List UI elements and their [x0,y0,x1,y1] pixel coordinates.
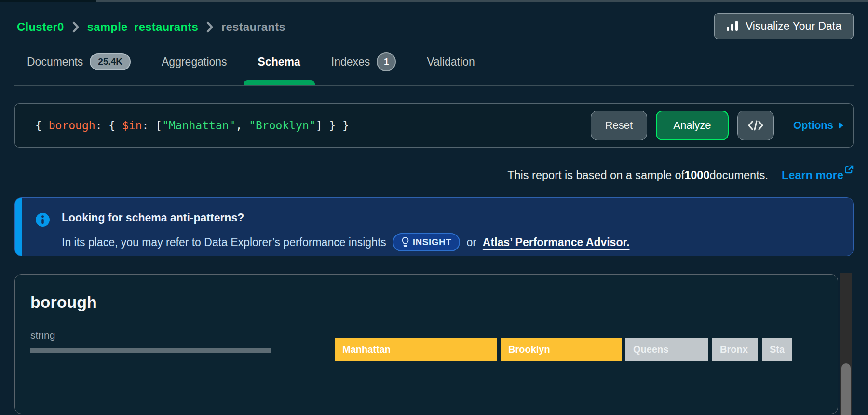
export-to-language-button[interactable] [737,111,774,140]
schema-field-card-borough: borough string Manhattan Brooklyn Queens… [14,274,838,414]
learn-more-link[interactable]: Learn more [782,169,854,182]
documents-count-badge: 25.4K [90,53,131,71]
learn-more-label: Learn more [782,169,843,182]
caret-right-icon [839,122,843,129]
query-segment: borough [49,119,95,132]
options-toggle[interactable]: Options [793,119,843,132]
query-segment: : { [95,119,122,132]
report-text-suffix: documents. [710,169,768,182]
window-top-strip [0,0,868,2]
window-top-strip-segment [0,0,96,2]
performance-advisor-link[interactable]: Atlas’ Performance Advisor. [483,236,630,249]
tab-documents[interactable]: Documents 25.4K [27,48,131,75]
tab-label: Aggregations [162,55,227,69]
scrollbar-track[interactable] [840,273,852,415]
schema-tab-page: { "page": { "bg": "#0C2130", "accent_gre… [0,0,868,415]
banner-accent-stripe [15,198,22,256]
tab-label: Indexes [331,55,370,69]
tab-aggregations[interactable]: Aggregations [162,48,227,75]
value-frequency-chart: Manhattan Brooklyn Queens Bronx Sta [335,338,792,361]
query-bar: { borough: { $in: ["Manhattan", "Brookly… [14,103,854,148]
tabs-divider [14,85,854,86]
value-bar-manhattan[interactable]: Manhattan [335,338,497,361]
visualize-button-label: Visualize Your Data [746,20,841,33]
field-name: borough [30,293,97,312]
options-label: Options [793,119,833,132]
query-segment: "Manhattan" [162,119,235,132]
insight-badge-label: INSIGHT [413,237,452,248]
visualize-your-data-button[interactable]: Visualize Your Data [714,13,854,39]
tab-label: Schema [258,55,300,69]
reset-button[interactable]: Reset [591,111,647,140]
tab-schema[interactable]: Schema [258,48,300,75]
query-segment: $in [122,119,142,132]
report-doc-count: 1000 [684,169,709,182]
collection-tabs: Documents 25.4K Aggregations Schema Inde… [27,48,475,75]
schema-anti-patterns-banner: Looking for schema anti-patterns? In its… [14,197,854,256]
report-text-prefix: This report is based on a sample of [507,169,684,182]
insight-badge: INSIGHT [393,233,461,251]
tab-indexes[interactable]: Indexes 1 [331,48,396,75]
lightbulb-icon [401,237,409,248]
value-bar-staten-island-truncated[interactable]: Sta [762,338,792,361]
breadcrumb-database[interactable]: sample_restaurants [87,20,198,34]
breadcrumb: Cluster0 sample_restaurants restaurants [17,18,285,36]
value-bar-brooklyn[interactable]: Brooklyn [501,338,622,361]
bar-chart-icon [726,20,739,32]
breadcrumb-collection: restaurants [221,20,285,34]
external-link-icon [844,165,854,174]
banner-body: In its place, you may refer to Data Expl… [62,233,630,252]
tab-label: Validation [427,55,475,69]
field-type-distribution-bar[interactable] [30,348,271,353]
query-segment: ] } } [316,119,349,132]
indexes-count-badge: 1 [377,52,396,71]
query-segment: : [ [142,119,163,132]
analyze-button[interactable]: Analyze [656,111,729,140]
chevron-right-icon [71,21,80,33]
banner-title: Looking for schema anti-patterns? [62,211,244,224]
scrollbar-thumb[interactable] [841,363,851,415]
banner-body-text: In its place, you may refer to Data Expl… [62,236,386,249]
tab-validation[interactable]: Validation [427,48,475,75]
field-type-label[interactable]: string [30,330,55,341]
tab-label: Documents [27,55,83,69]
code-icon [747,120,764,131]
query-segment: , [235,119,249,132]
chevron-right-icon [205,21,214,33]
query-input[interactable]: { borough: { $in: ["Manhattan", "Brookly… [35,119,591,132]
info-icon [35,212,50,227]
value-bar-bronx[interactable]: Bronx [712,338,758,361]
query-segment: "Brooklyn" [249,119,315,132]
banner-connector: or [466,236,476,249]
sample-report-line: This report is based on a sample of 1000… [507,167,854,183]
value-bar-queens[interactable]: Queens [625,338,708,361]
breadcrumb-cluster[interactable]: Cluster0 [17,20,64,34]
query-segment: { [35,119,49,132]
